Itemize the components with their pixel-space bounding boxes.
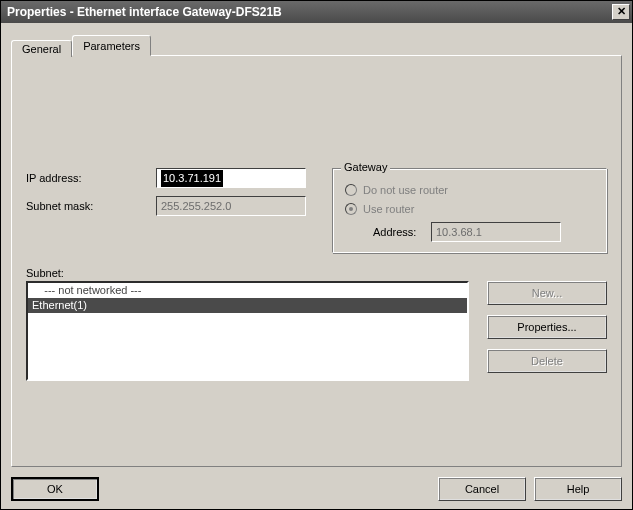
dialog-buttons: OK Cancel Help <box>11 467 622 501</box>
subnet-mask-input <box>156 196 306 216</box>
cancel-button[interactable]: Cancel <box>438 477 526 501</box>
subnet-listbox[interactable]: --- not networked --- Ethernet(1) <box>26 281 469 381</box>
tab-general[interactable]: General <box>11 40 72 57</box>
ok-button[interactable]: OK <box>11 477 99 501</box>
gateway-group: Gateway Do not use router Use router Add… <box>332 168 607 253</box>
help-button[interactable]: Help <box>534 477 622 501</box>
new-button[interactable]: New... <box>487 281 607 305</box>
gateway-caption: Gateway <box>341 161 390 173</box>
tabstrip: General Parameters <box>11 33 622 55</box>
close-button[interactable]: ✕ <box>612 4 630 20</box>
tab-panel-parameters: IP address: 10.3.71.191 Subnet mask: Gat… <box>11 55 622 467</box>
subnet-label: Subnet: <box>26 267 607 279</box>
subnet-mask-label: Subnet mask: <box>26 200 156 212</box>
ip-address-value: 10.3.71.191 <box>161 170 223 187</box>
radio-icon <box>345 184 357 196</box>
delete-button[interactable]: Delete <box>487 349 607 373</box>
radio-use-router: Use router <box>345 203 596 215</box>
ip-address-input[interactable]: 10.3.71.191 <box>156 168 306 188</box>
ip-address-label: IP address: <box>26 172 156 184</box>
gateway-address-label: Address: <box>373 226 431 238</box>
properties-dialog: Properties - Ethernet interface Gateway-… <box>0 0 633 510</box>
list-item[interactable]: --- not networked --- <box>28 283 467 298</box>
radio-no-router-label: Do not use router <box>363 184 448 196</box>
list-item[interactable]: Ethernet(1) <box>28 298 467 313</box>
properties-button[interactable]: Properties... <box>487 315 607 339</box>
radio-icon <box>345 203 357 215</box>
window-title: Properties - Ethernet interface Gateway-… <box>7 5 612 19</box>
tab-parameters[interactable]: Parameters <box>72 35 151 56</box>
radio-use-router-label: Use router <box>363 203 414 215</box>
titlebar: Properties - Ethernet interface Gateway-… <box>1 1 632 23</box>
gateway-address-input <box>431 222 561 242</box>
radio-no-router: Do not use router <box>345 184 596 196</box>
client-area: General Parameters IP address: 10.3.71.1… <box>1 23 632 509</box>
